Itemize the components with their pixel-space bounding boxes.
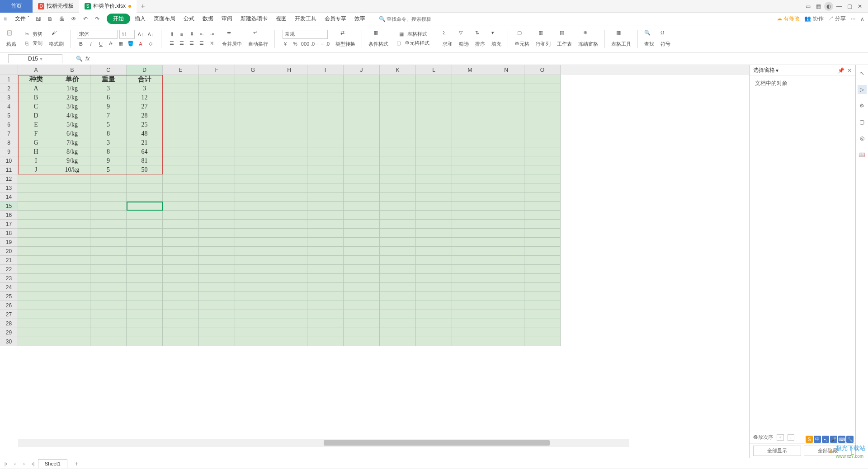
cell[interactable] [488,183,524,193]
cell[interactable] [271,229,307,238]
align-center-icon[interactable]: ☰ [178,39,186,47]
cell[interactable] [90,292,127,301]
cell[interactable] [271,120,307,129]
cell[interactable] [54,274,90,283]
cell[interactable] [18,283,54,292]
cell[interactable] [416,238,452,247]
cell[interactable] [235,138,271,147]
cell[interactable] [235,310,271,319]
cell[interactable] [163,129,199,138]
cell[interactable]: 64 [127,147,163,156]
coop-button[interactable]: 👥 协作 [804,15,823,23]
cell[interactable] [127,337,163,346]
cell[interactable] [524,292,561,301]
nav-prev-icon[interactable]: ‹ [11,461,19,466]
cell[interactable] [54,337,90,346]
cond-format[interactable]: ▦条件格式 [367,30,390,47]
cell[interactable] [380,147,416,156]
cell[interactable] [163,238,199,247]
italic-icon[interactable]: I [87,40,95,48]
cell[interactable] [271,183,307,193]
cell[interactable] [452,111,488,120]
cell[interactable] [54,238,90,247]
cell[interactable] [488,211,524,220]
cell[interactable] [90,265,127,274]
undo-icon[interactable]: ↶ [81,15,90,23]
cell[interactable] [271,75,307,84]
cell[interactable] [271,247,307,256]
col-header[interactable]: B [54,65,90,75]
col-header[interactable]: O [524,65,561,75]
cell[interactable] [54,301,90,310]
cell[interactable] [452,156,488,165]
cell[interactable] [307,183,344,193]
cell[interactable] [416,319,452,328]
cell[interactable] [488,202,524,211]
type-convert[interactable]: ⇄类型转换 [334,30,357,47]
changes-indicator[interactable]: ☁ 有修改 [777,15,800,23]
cell[interactable] [380,328,416,337]
cell[interactable] [235,174,271,183]
cell[interactable] [524,229,561,238]
cell[interactable] [416,229,452,238]
row-header[interactable]: 16 [0,211,18,220]
cell[interactable] [344,202,380,211]
cell[interactable] [416,174,452,183]
cell[interactable] [488,129,524,138]
cell[interactable] [380,265,416,274]
cell[interactable] [307,301,344,310]
cell[interactable] [452,310,488,319]
cell[interactable]: 3 [127,84,163,93]
orientation-icon[interactable]: ⤭ [208,39,216,47]
cell[interactable] [380,220,416,229]
cell[interactable] [416,337,452,346]
cell[interactable] [488,238,524,247]
fx-icon[interactable]: fx [85,56,90,62]
cell[interactable] [416,102,452,111]
cell[interactable] [488,174,524,183]
cell[interactable] [235,93,271,102]
cell[interactable] [271,102,307,111]
cell[interactable]: 3/kg [54,102,90,111]
menu-layout[interactable]: 页面布局 [150,14,179,24]
cell[interactable] [54,193,90,202]
menu-formula[interactable]: 公式 [180,14,198,24]
cell[interactable] [452,93,488,102]
menu-data[interactable]: 数据 [199,14,217,24]
col-header[interactable]: G [235,65,271,75]
cell[interactable] [90,211,127,220]
cell[interactable]: 8 [90,147,127,156]
cell[interactable] [90,202,127,211]
fontcolor-icon[interactable]: A [137,40,145,48]
cell[interactable] [416,138,452,147]
cell[interactable] [127,310,163,319]
cell[interactable] [307,147,344,156]
cell[interactable] [271,129,307,138]
cell[interactable] [524,75,561,84]
cell[interactable] [307,247,344,256]
cell[interactable]: D [18,111,54,120]
cell[interactable] [416,165,452,174]
cell[interactable]: 5 [90,165,127,174]
row-header[interactable]: 1 [0,75,18,84]
cell[interactable] [416,310,452,319]
cell[interactable] [127,283,163,292]
symbol-button[interactable]: Ω符号 [659,30,672,47]
cell[interactable] [271,174,307,183]
cell[interactable] [380,193,416,202]
cell[interactable] [524,129,561,138]
cell[interactable]: J [18,165,54,174]
cell[interactable] [199,156,235,165]
col-header[interactable]: J [344,65,380,75]
cell[interactable] [199,193,235,202]
cell[interactable]: E [18,120,54,129]
show-all-button[interactable]: 全部显示 [753,446,801,456]
cell[interactable] [307,120,344,129]
cell[interactable] [90,247,127,256]
cell[interactable] [199,283,235,292]
cell[interactable] [524,310,561,319]
row-header[interactable]: 20 [0,247,18,256]
cell[interactable] [488,102,524,111]
cell[interactable]: H [18,147,54,156]
cell[interactable] [344,211,380,220]
